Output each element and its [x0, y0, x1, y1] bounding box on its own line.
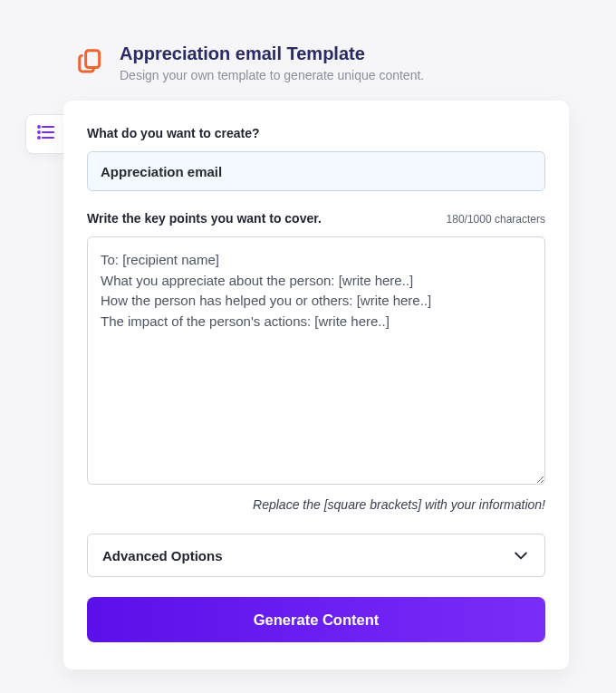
create-label: What do you want to create? — [87, 126, 545, 140]
keypoints-textarea[interactable] — [87, 236, 545, 485]
chevron-down-icon — [512, 546, 530, 564]
template-form-card: What do you want to create? Write the ke… — [63, 101, 569, 669]
copy-icon — [76, 47, 103, 74]
svg-rect-0 — [86, 51, 100, 68]
advanced-options-toggle[interactable]: Advanced Options — [87, 534, 545, 577]
keypoints-hint: Replace the [square brackets] with your … — [87, 497, 545, 512]
page-header: Appreciation email Template Design your … — [76, 43, 616, 82]
keypoints-field-group: Write the key points you want to cover. … — [87, 211, 545, 512]
create-input[interactable] — [87, 151, 545, 191]
character-count: 180/1000 characters — [447, 213, 545, 226]
svg-point-3 — [38, 131, 40, 133]
create-field-group: What do you want to create? — [87, 126, 545, 191]
list-icon — [35, 121, 57, 147]
advanced-options-label: Advanced Options — [102, 548, 223, 563]
side-menu-tab[interactable] — [25, 114, 65, 154]
generate-button[interactable]: Generate Content — [87, 597, 545, 642]
svg-point-1 — [38, 126, 40, 128]
svg-point-5 — [38, 137, 40, 139]
page-title: Appreciation email Template — [120, 43, 424, 64]
page-subtitle: Design your own template to generate uni… — [120, 68, 424, 82]
keypoints-label: Write the key points you want to cover. — [87, 211, 322, 226]
